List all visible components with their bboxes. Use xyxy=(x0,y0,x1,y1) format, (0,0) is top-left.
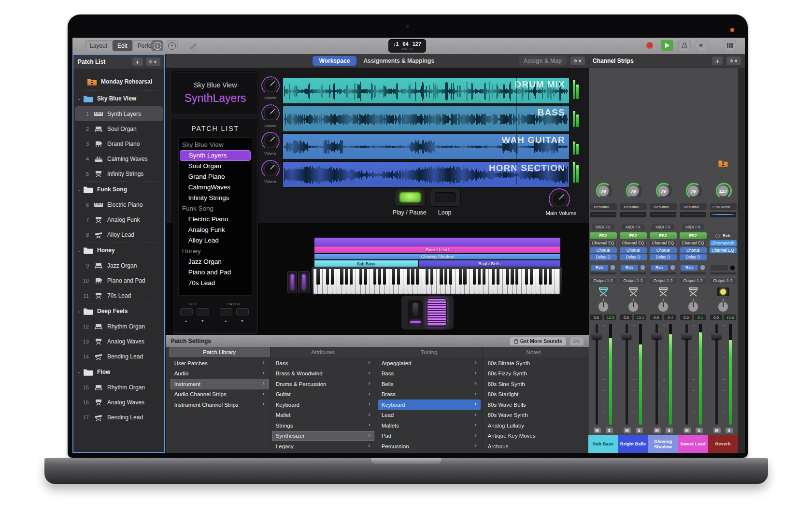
library-tab-patch-library[interactable]: Patch Library xyxy=(169,347,271,357)
insert-delay-d[interactable]: Delay D xyxy=(650,254,677,260)
set-next-button[interactable] xyxy=(197,308,209,315)
insert-channel-eq[interactable]: Channel EQ xyxy=(680,240,707,246)
black-key[interactable] xyxy=(544,269,547,285)
patch-list-entry-electric-piano[interactable]: Electric Piano xyxy=(179,214,252,225)
library-row-instrument-channel-strips[interactable]: Instrument Channel Strips› xyxy=(171,400,269,410)
play-pause-screen-button[interactable] xyxy=(395,188,426,207)
sidebar-patch-bending-lead[interactable]: 17Bending Lead xyxy=(73,410,164,425)
patch-list-entry-funk-song[interactable]: Funk Song xyxy=(179,203,252,214)
send-chip[interactable] xyxy=(711,265,728,271)
output-slot[interactable]: Output 1-2 xyxy=(680,277,707,284)
library-row-80s-wave-synth[interactable]: 80s Wave Synth xyxy=(484,410,584,421)
sidebar-patch-bending-lead[interactable]: 14Bending Lead xyxy=(73,349,164,364)
strip-level-knob[interactable]: 127 xyxy=(713,181,733,202)
fader-track[interactable] xyxy=(715,324,718,425)
sidebar-patch-rhythm-organ[interactable]: 15Rhythm Organ xyxy=(73,380,164,395)
library-row-brass[interactable]: Brass› xyxy=(378,389,481,400)
library-row-audio-channel-strips[interactable]: Audio Channel Strips› xyxy=(171,389,269,400)
patch-list-entry-soul-organ[interactable]: Soul Organ xyxy=(179,161,252,171)
patch-list-entry-piano-and-pad[interactable]: Piano and Pad xyxy=(179,267,252,278)
library-tab-tuning[interactable]: Tuning xyxy=(376,347,483,357)
midi-fx-slot[interactable]: MIDI FX xyxy=(622,217,644,230)
insert-chorus[interactable]: Chorus xyxy=(680,247,707,254)
insert-chromaverb[interactable]: ChromaVerb xyxy=(710,240,737,246)
disclosure-chevron-icon[interactable]: ⌄ xyxy=(77,248,82,253)
insert-channel-eq[interactable]: Channel EQ xyxy=(590,240,617,246)
output-slot[interactable]: Output 1-2 xyxy=(590,277,617,284)
library-row-mallets[interactable]: Mallets› xyxy=(378,420,481,431)
mode-edit[interactable]: Edit xyxy=(113,40,133,51)
eq-thumbnail[interactable] xyxy=(680,212,706,217)
eq-thumbnail[interactable] xyxy=(710,212,736,217)
library-row-percussion[interactable]: Percussion› xyxy=(378,441,481,452)
volume-knob-track-3[interactable]: Volume xyxy=(261,131,280,156)
black-key[interactable] xyxy=(331,269,334,285)
black-key[interactable] xyxy=(326,269,329,285)
fader-cap[interactable] xyxy=(682,333,692,339)
fader-track[interactable] xyxy=(655,324,658,425)
library-row-80s-fizzy-synth[interactable]: 80s Fizzy Synth xyxy=(484,369,584,379)
sidebar-patch-calming-waves[interactable]: 4Calming Waves xyxy=(73,151,164,166)
tab-workspace[interactable]: Workspace xyxy=(313,56,357,66)
midi-fx-slot[interactable]: MIDI FX xyxy=(592,217,614,230)
record-button[interactable] xyxy=(643,40,656,51)
black-key[interactable] xyxy=(449,269,452,285)
midi-fx-slot[interactable]: MIDI FX xyxy=(652,217,674,230)
library-row-bass[interactable]: Bass› xyxy=(378,369,481,379)
sidebar-patch-rhythm-organ[interactable]: 12Rhythm Organ xyxy=(73,319,164,334)
pan-knob[interactable] xyxy=(596,299,611,314)
library-row-80s-sine-synth[interactable]: 80s Sine Synth xyxy=(484,379,584,389)
patch-list-entry-synth-layers[interactable]: Synth Layers xyxy=(180,150,251,161)
black-key[interactable] xyxy=(530,269,533,285)
sidebar-patch-infinity-strings[interactable]: 5Infinity Strings xyxy=(73,166,164,181)
sidebar-patch-alloy-lead[interactable]: 8Alloy Lead xyxy=(73,227,164,242)
workspace-action-menu[interactable]: ⊙∨ xyxy=(570,57,585,65)
insert-delay-d[interactable]: Delay D xyxy=(680,254,707,260)
black-key[interactable] xyxy=(407,269,410,285)
black-key[interactable] xyxy=(430,269,433,285)
instrument-slot[interactable]: ES2 xyxy=(620,232,647,239)
black-key[interactable] xyxy=(397,269,400,285)
fader-area[interactable] xyxy=(588,322,618,427)
assign-map-button[interactable]: Assign & Map xyxy=(519,56,567,66)
library-row-80s-wave-bells[interactable]: 80s Wave Bells xyxy=(484,400,584,410)
volume-knob-track-1[interactable]: Volume xyxy=(261,76,280,100)
library-row-keyboard[interactable]: Keyboard› xyxy=(272,400,374,410)
layer-band-glowing-shadow[interactable]: Glowing Shadow xyxy=(314,254,560,259)
track-wah-guitar[interactable]: WAH GUITAR xyxy=(283,133,570,159)
strip-level-knob[interactable]: 79 xyxy=(594,181,613,202)
instrument-slot[interactable]: ES2 xyxy=(680,232,707,239)
sidebar-folder-flow[interactable]: ⌄Flow xyxy=(73,364,164,380)
insert-chorus[interactable]: Chorus xyxy=(590,247,617,254)
add-channel-strip-button[interactable]: + xyxy=(712,57,723,65)
sidebar-patch-70s-lead[interactable]: 1170s Lead xyxy=(73,288,164,303)
patch-list-entry-analog-funk[interactable]: Analog Funk xyxy=(179,225,252,235)
solo-button[interactable]: S xyxy=(636,428,643,433)
black-key[interactable] xyxy=(316,269,319,285)
patch-list-action-menu[interactable]: ⊙∨ xyxy=(146,57,160,66)
black-key[interactable] xyxy=(459,269,462,285)
black-key[interactable] xyxy=(373,269,376,285)
loop-screen-button[interactable] xyxy=(430,188,461,207)
black-key[interactable] xyxy=(383,269,386,285)
eq-thumbnail[interactable] xyxy=(650,212,676,217)
library-row-bells[interactable]: Bells› xyxy=(378,379,481,389)
strip-level-knob[interactable]: 79 xyxy=(684,181,703,202)
tab-assignments-mappings[interactable]: Assignments & Mappings xyxy=(356,56,441,66)
patch-list-entry-70s-lead[interactable]: 70s Lead xyxy=(179,278,252,288)
disclosure-chevron-icon[interactable]: ⌄ xyxy=(77,309,82,314)
send-knob[interactable] xyxy=(640,265,646,271)
patch-list-entry-sky-blue-view[interactable]: Sky Blue View xyxy=(179,140,252,150)
solo-button[interactable]: S xyxy=(606,428,613,433)
strip-level-knob[interactable]: 79 xyxy=(654,181,673,202)
black-key[interactable] xyxy=(549,269,552,285)
black-key[interactable] xyxy=(340,269,343,285)
mute-button[interactable]: M xyxy=(684,428,691,433)
strip-setting-name[interactable]: Beautiful... xyxy=(680,203,707,210)
strip-name-tag[interactable]: Bright Bells xyxy=(618,435,648,453)
eq-thumbnail[interactable] xyxy=(590,212,616,217)
patch-next-button[interactable] xyxy=(236,308,249,315)
channel-strips-action-menu[interactable]: ⊙∨ xyxy=(727,57,741,65)
track-bass[interactable]: BASS xyxy=(283,106,570,132)
piano-keyboard[interactable] xyxy=(313,269,560,294)
